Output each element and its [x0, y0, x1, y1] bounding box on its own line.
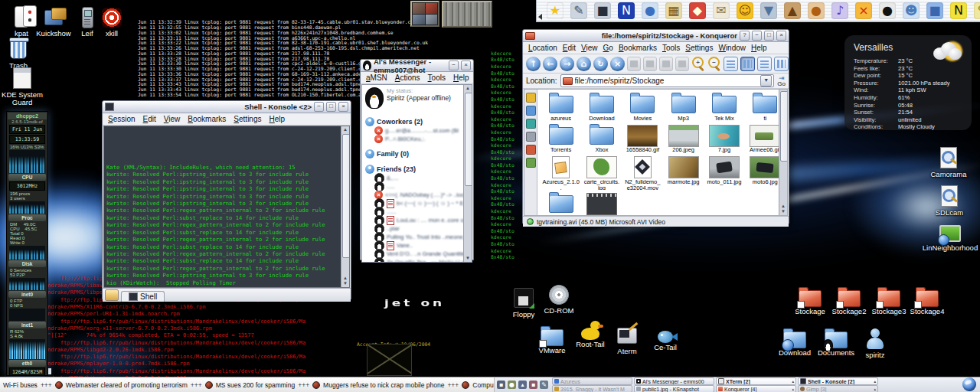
menu-item[interactable]: Edit — [143, 115, 156, 123]
tab-shell[interactable]: Shell — [121, 291, 165, 302]
paste-icon[interactable] — [659, 57, 673, 71]
file-item[interactable]: N2_fulldemo_ e32004.mov — [622, 156, 663, 190]
desktop-monitor-icon[interactable]: ■ — [594, 2, 611, 19]
close-button[interactable]: × — [776, 31, 786, 41]
tray-icon-3[interactable]: ▴ — [518, 381, 527, 389]
home-icon[interactable] — [577, 57, 591, 71]
services-icon[interactable] — [526, 158, 536, 168]
ticker-item[interactable]: Muggers refuse to nick crap mobile phone… — [323, 381, 469, 389]
minimize-button[interactable]: − — [314, 102, 324, 112]
menu-item[interactable]: Settings — [234, 115, 261, 123]
desktop-icon-trash[interactable]: Trash — [2, 37, 35, 70]
menu-item[interactable]: aMSN — [366, 74, 387, 82]
zoom-in-icon[interactable] — [691, 57, 705, 70]
konqueror-scrollbar[interactable]: ▲ ▼ — [779, 90, 787, 215]
history-icon[interactable] — [526, 132, 536, 142]
location-field[interactable]: ▼ — [560, 74, 775, 87]
go-button[interactable]: Go — [777, 75, 786, 87]
print-icon[interactable] — [675, 57, 689, 71]
new-session-button[interactable] — [105, 289, 119, 301]
file-item[interactable]: Xbox — [581, 124, 622, 153]
nedit2-icon[interactable]: N — [950, 2, 967, 19]
kmail-icon[interactable]: ✉ — [713, 2, 730, 19]
stop-icon[interactable] — [610, 57, 625, 71]
file-item[interactable]: Azureus_2.1.0. 0a_linux.GTK. tar.bz2 — [541, 156, 581, 190]
scrollbar-thumb[interactable] — [342, 134, 350, 258]
scroll-down-arrow[interactable]: ▼ — [780, 209, 786, 214]
file-item[interactable]: Download — [581, 93, 622, 122]
home-icon[interactable] — [526, 119, 536, 129]
taskbar-button[interactable]: Gimp [3] ▴ — [798, 385, 878, 392]
menu-item[interactable]: Bookmarks — [619, 44, 657, 52]
folder-tree-icon[interactable] — [526, 106, 536, 116]
menu-item[interactable]: Bookmarks — [188, 115, 226, 123]
amsn-scrollbar[interactable]: ▲ ▼ — [463, 85, 472, 262]
desktop-icon-ksysguard[interactable]: KDE System Guard — [0, 66, 44, 106]
file-item[interactable] — [581, 192, 622, 215]
menu-item[interactable]: Window — [718, 44, 746, 52]
close-button[interactable]: × — [461, 60, 471, 70]
minimize-button[interactable]: − — [752, 31, 762, 41]
tray-icon-4[interactable]: ▪ — [529, 381, 537, 389]
contact-row[interactable]: g.....er@a.........-....st.com (Bl — [362, 126, 472, 135]
headline-text[interactable]: Computer intrusion losses — [472, 381, 494, 389]
detailed-view-icon[interactable] — [757, 57, 772, 71]
taskbar-button[interactable]: Azureus ▴ — [552, 377, 632, 385]
desktop-icon-spiritz[interactable]: spiritz — [859, 328, 891, 359]
menu-item[interactable]: Tools — [428, 74, 446, 82]
file-item[interactable]: azureus — [541, 93, 581, 122]
desktop-icon-cdrom[interactable]: CD-ROM — [542, 283, 576, 315]
headline-text[interactable]: Wi-Fi buses — [3, 381, 38, 389]
konsole-output[interactable]: Kate (XML/Syntax): IncludeRules, which n… — [103, 126, 350, 288]
ksnapshot-icon[interactable]: ✎ — [570, 2, 587, 19]
menu-item[interactable]: Tools — [662, 44, 680, 52]
zoom-out-icon[interactable] — [707, 57, 721, 70]
ticker-item[interactable]: Wi-Fi buses +++ — [3, 381, 63, 389]
forward-icon[interactable] — [560, 57, 574, 71]
reload-icon[interactable] — [593, 57, 608, 71]
kuser-icon[interactable]: ☻ — [903, 2, 920, 19]
menu-item[interactable]: View — [581, 44, 598, 52]
desktop-icon-roottail[interactable]: Root-Tail — [571, 320, 609, 348]
menu-item[interactable]: Location — [528, 44, 557, 52]
konsole-window[interactable]: Shell - Konsole <2> − □ × SessionEditVie… — [102, 100, 351, 299]
desktop-icon-aterm[interactable]: Aterm — [611, 325, 643, 355]
desktop-icon-camorama[interactable]: Camorama — [925, 145, 972, 178]
file-item[interactable]: marmote.jpg — [663, 156, 704, 190]
cut-icon[interactable] — [627, 57, 641, 71]
file-item[interactable]: 16558840.gif — [622, 124, 663, 153]
my-status-value[interactable]: Spiritz (Appear offline) — [387, 94, 451, 102]
desktop-icon-xkill[interactable]: xkill — [96, 6, 127, 38]
konsole-titlebar[interactable]: Shell - Konsole <2> − □ × — [103, 101, 351, 113]
file-item[interactable] — [541, 192, 581, 215]
desktop-icon-stockage4[interactable]: Stockage4 — [908, 286, 946, 315]
taskbar-button[interactable]: Shell - Konsole [2] ▴ — [798, 377, 878, 385]
scroll-down-arrow[interactable]: ▼ — [342, 281, 348, 286]
menu-item[interactable]: Settings — [685, 44, 713, 52]
scroll-up-arrow[interactable]: ▲ — [465, 86, 471, 91]
tux-icon[interactable]: ● — [879, 2, 896, 19]
contact-row[interactable]: Ze Ow.eRz Tea.. ~~ MaXo U => Un — [362, 258, 472, 263]
music-note-icon[interactable]: ♪ — [831, 2, 848, 19]
file-item[interactable]: 206.jpeg — [663, 124, 704, 153]
file-item[interactable]: Torrents — [541, 124, 581, 153]
scroll-down-arrow[interactable]: ▼ — [465, 256, 471, 261]
icon-view-icon[interactable] — [724, 57, 738, 71]
back-icon[interactable] — [543, 57, 557, 71]
desktop-icon-kuickshow[interactable]: Kuickshow — [32, 6, 75, 38]
tray-icon-5[interactable]: ✎ — [540, 381, 548, 389]
up-icon[interactable] — [526, 57, 541, 71]
water-tap-icon[interactable]: ▼ — [760, 2, 777, 19]
location-input[interactable] — [575, 77, 759, 85]
amsn-titlebar[interactable]: Al's Messenger - emms007@hot − × — [361, 60, 473, 72]
gkrellm-monitor[interactable]: dhcppc22.6.5-13mdk-ofFri 11 Jun13:33:591… — [6, 111, 48, 376]
headline-text[interactable]: Webmaster cleared of promoting terrorism — [66, 381, 188, 389]
bookmarks-icon[interactable] — [526, 93, 536, 103]
webcam-photo-window[interactable] — [442, 1, 492, 28]
korganizer-icon[interactable]: ▦ — [665, 2, 682, 19]
contact-row[interactable]: P...=.Bl0CKeu,:. — [362, 135, 472, 143]
help-button[interactable]: ? — [740, 31, 750, 41]
my-status-row[interactable]: My status: Spiritz (Appear offline) — [362, 85, 472, 111]
amsn-window[interactable]: Al's Messenger - emms007@hot − × aMSNAct… — [360, 59, 474, 260]
file-item[interactable]: Movies — [622, 93, 663, 122]
